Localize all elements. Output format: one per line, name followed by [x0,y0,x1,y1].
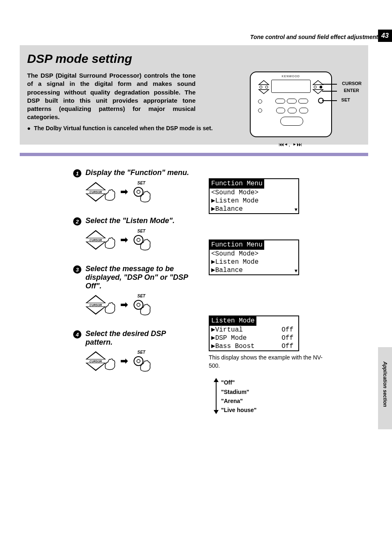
bullet-icon: ● [27,125,30,131]
page-number-tab: 43 [378,30,392,42]
step-3-title: 3 Select the message to be displayed, "D… [20,265,192,290]
dsp-options-list: "Off" "Stadium" "Arena" "Live house" [209,378,365,415]
lcd-title: Function Menu [210,179,264,189]
lcd-row: ▶Virtual Off [210,326,298,334]
remote-outline: KENWOOD [250,71,332,137]
svg-point-2 [260,86,262,88]
set-button-block: SET [132,181,151,203]
callout-cursor: CURSOR [342,81,362,86]
remote-dot-button [258,108,262,113]
lcd-row: <Sound Mode> [210,189,298,197]
svg-point-3 [265,86,268,88]
cursor-label: CURSOR [89,190,102,193]
callout-enter: ENTER [344,88,359,93]
cursor-cluster-right-icon [311,80,325,94]
callout-line [322,91,337,92]
remote-dot-button [258,99,262,104]
step-number-icon: 1 [73,169,81,177]
callout-line [322,84,337,85]
lcd-row: ▶Balance ▼ [210,205,298,213]
step-graphic: CURSOR ➡ SET [83,294,192,315]
page-title: DSP mode setting [27,52,361,66]
lcd-title: Function Menu [210,240,264,250]
hand-press-icon [103,300,116,314]
set-label: SET [137,350,145,355]
set-button-block: SET [132,350,151,372]
step-1-title: 1 Display the "Function" menu. [20,168,192,177]
divider-rule [20,153,368,156]
lcd-display-1: Function Menu <Sound Mode> ▶Listen Mode … [209,178,299,214]
remote-pill-button [298,99,308,104]
lcd-display-3: Listen Mode ▶Virtual Off ▶DSP Mode Off ▶… [209,315,299,351]
step-number-icon: 4 [73,330,81,339]
lcd-row-text: ▶Balance [211,205,243,213]
intro-panel: DSP mode setting The DSP (Digital Surrou… [20,45,368,145]
cursor-label: CURSOR [89,359,102,362]
callout-set: SET [341,97,350,102]
set-label: SET [137,229,145,233]
step-number-icon: 3 [73,265,81,274]
page-number: 43 [381,32,389,39]
set-button-press-icon [132,299,151,315]
svg-marker-18 [214,410,219,414]
remote-pill-button [276,108,285,113]
updown-arrow-icon [214,378,219,414]
lcd-row: ▶DSP Mode Off [210,334,298,342]
step-graphic: CURSOR ➡ SET [83,181,192,203]
lcd-row-value: Off [281,326,297,334]
step-graphic: CURSOR ➡ SET [83,229,192,251]
option-item: "Arena" [221,396,365,405]
lcd-row-label: ▶DSP Mode [211,334,247,342]
remote-diagram: KENWOOD [221,71,361,137]
scroll-down-icon: ▼ [295,268,297,274]
cursor-label: CURSOR [89,303,102,306]
remote-brand: KENWOOD [282,75,300,78]
step-number-icon: 2 [73,217,81,226]
svg-marker-1 [259,90,269,94]
svg-point-11 [137,238,140,242]
remote-screen [271,80,311,93]
hand-press-icon [103,187,116,201]
arrow-right-icon: ➡ [120,299,128,310]
lcd-row-value: Off [281,342,297,350]
step-title-text: Select the message to be displayed, "DSP… [85,265,192,290]
note: ● The Dolby Virtual function is canceled… [27,125,213,131]
step-title-text: Select the desired DSP pattern. [85,329,192,347]
step-title-text: Display the "Function" menu. [85,168,189,177]
cursor-label: CURSOR [89,238,102,241]
svg-point-13 [137,303,140,306]
option-item: "Off" [221,378,365,387]
lcd-row-value: Off [281,334,297,342]
hand-press-icon [103,356,116,370]
lcd-display-2: Function Menu <Sound Mode> ▶Listen Mode … [209,240,299,275]
arrow-right-icon: ➡ [120,356,128,366]
callout-line [322,100,337,101]
option-item: "Stadium" [221,387,365,396]
lcd-row-label: ▶Virtual [211,326,243,334]
steps-column: 1 Display the "Function" menu. CURSOR ➡ … [20,168,192,415]
steps-area: 1 Display the "Function" menu. CURSOR ➡ … [20,168,368,415]
lcd-row-label: ▶Bass Boost [211,343,255,350]
step-4-title: 4 Select the desired DSP pattern. [20,329,192,347]
lcd-column: Function Menu <Sound Mode> ▶Listen Mode … [209,168,365,415]
remote-oval-button [280,117,303,126]
step-2-title: 2 Select the "Listen Mode". [20,216,192,226]
transport-icons: ⏮◀, ▶⏭ [279,141,303,147]
lcd-row-text: ▶Balance [211,267,243,274]
hand-press-icon [103,235,116,249]
arrow-right-icon: ➡ [120,187,128,197]
set-label: SET [137,294,145,298]
svg-point-15 [137,359,140,363]
lcd-title: Listen Mode [210,316,256,326]
svg-marker-4 [313,81,323,85]
set-label: SET [137,181,145,185]
set-button-block: SET [132,294,151,315]
lcd-row: ▶Balance ▼ [210,266,298,274]
set-button-press-icon [132,234,151,251]
intro-paragraph: The DSP (Digital Surround Processor) con… [27,71,196,122]
lcd-row: ▶Listen Mode [210,258,298,266]
chapter-heading: Tone control and sound field effect adju… [250,34,378,40]
svg-marker-5 [313,90,323,94]
intro-column: The DSP (Digital Surround Processor) con… [27,71,213,137]
cursor-cluster-left-icon [256,80,271,94]
